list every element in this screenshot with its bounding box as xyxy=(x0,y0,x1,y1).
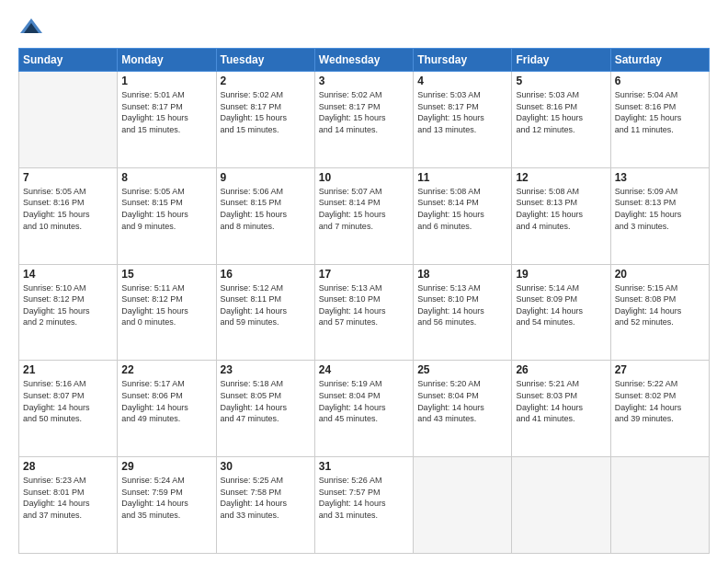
calendar-cell xyxy=(610,457,709,554)
week-row-3: 14Sunrise: 5:10 AM Sunset: 8:12 PM Dayli… xyxy=(19,264,710,361)
week-row-4: 21Sunrise: 5:16 AM Sunset: 8:07 PM Dayli… xyxy=(19,361,710,457)
calendar-cell: 25Sunrise: 5:20 AM Sunset: 8:04 PM Dayli… xyxy=(414,361,512,457)
day-number: 31 xyxy=(319,460,409,473)
calendar-cell: 12Sunrise: 5:08 AM Sunset: 8:13 PM Dayli… xyxy=(512,167,610,264)
day-number: 26 xyxy=(516,363,606,376)
day-number: 5 xyxy=(516,75,606,87)
day-info: Sunrise: 5:08 AM Sunset: 8:13 PM Dayligh… xyxy=(516,186,606,232)
day-info: Sunrise: 5:24 AM Sunset: 7:59 PM Dayligh… xyxy=(121,475,211,521)
day-number: 16 xyxy=(221,268,311,281)
day-number: 3 xyxy=(319,75,409,87)
day-number: 19 xyxy=(516,268,606,281)
day-number: 27 xyxy=(615,363,705,376)
calendar-cell: 18Sunrise: 5:13 AM Sunset: 8:10 PM Dayli… xyxy=(414,264,512,361)
weekday-header-thursday: Thursday xyxy=(414,49,512,72)
day-info: Sunrise: 5:04 AM Sunset: 8:16 PM Dayligh… xyxy=(615,89,705,135)
calendar-cell: 21Sunrise: 5:16 AM Sunset: 8:07 PM Dayli… xyxy=(19,361,118,457)
calendar-cell: 8Sunrise: 5:05 AM Sunset: 8:15 PM Daylig… xyxy=(118,167,216,264)
calendar-cell: 15Sunrise: 5:11 AM Sunset: 8:12 PM Dayli… xyxy=(118,264,216,361)
day-number: 25 xyxy=(417,363,507,376)
day-info: Sunrise: 5:01 AM Sunset: 8:17 PM Dayligh… xyxy=(121,89,211,135)
day-info: Sunrise: 5:08 AM Sunset: 8:14 PM Dayligh… xyxy=(417,186,507,232)
day-info: Sunrise: 5:13 AM Sunset: 8:10 PM Dayligh… xyxy=(417,282,507,328)
calendar-cell: 6Sunrise: 5:04 AM Sunset: 8:16 PM Daylig… xyxy=(610,72,709,168)
day-info: Sunrise: 5:21 AM Sunset: 8:03 PM Dayligh… xyxy=(516,378,606,424)
calendar-cell: 5Sunrise: 5:03 AM Sunset: 8:16 PM Daylig… xyxy=(512,72,610,168)
weekday-header-friday: Friday xyxy=(512,49,610,72)
day-number: 2 xyxy=(221,75,311,87)
calendar-cell: 24Sunrise: 5:19 AM Sunset: 8:04 PM Dayli… xyxy=(314,361,413,457)
day-number: 4 xyxy=(417,75,507,87)
day-number: 28 xyxy=(23,460,113,473)
day-number: 1 xyxy=(121,75,211,87)
calendar-cell: 28Sunrise: 5:23 AM Sunset: 8:01 PM Dayli… xyxy=(19,457,118,554)
day-number: 15 xyxy=(121,268,211,281)
day-info: Sunrise: 5:18 AM Sunset: 8:05 PM Dayligh… xyxy=(221,378,311,424)
calendar-cell: 9Sunrise: 5:06 AM Sunset: 8:15 PM Daylig… xyxy=(216,167,314,264)
week-row-5: 28Sunrise: 5:23 AM Sunset: 8:01 PM Dayli… xyxy=(19,457,710,554)
calendar-cell: 3Sunrise: 5:02 AM Sunset: 8:17 PM Daylig… xyxy=(314,72,413,168)
day-number: 20 xyxy=(615,268,705,281)
calendar-cell: 1Sunrise: 5:01 AM Sunset: 8:17 PM Daylig… xyxy=(118,72,216,168)
day-info: Sunrise: 5:07 AM Sunset: 8:14 PM Dayligh… xyxy=(319,186,409,232)
calendar-cell: 2Sunrise: 5:02 AM Sunset: 8:17 PM Daylig… xyxy=(216,72,314,168)
day-number: 23 xyxy=(221,363,311,376)
day-info: Sunrise: 5:12 AM Sunset: 8:11 PM Dayligh… xyxy=(221,282,311,328)
day-info: Sunrise: 5:14 AM Sunset: 8:09 PM Dayligh… xyxy=(516,282,606,328)
day-info: Sunrise: 5:06 AM Sunset: 8:15 PM Dayligh… xyxy=(221,186,311,232)
calendar-cell: 29Sunrise: 5:24 AM Sunset: 7:59 PM Dayli… xyxy=(118,457,216,554)
day-number: 11 xyxy=(417,171,507,184)
day-info: Sunrise: 5:15 AM Sunset: 8:08 PM Dayligh… xyxy=(615,282,705,328)
calendar-cell xyxy=(19,72,118,168)
calendar-cell: 19Sunrise: 5:14 AM Sunset: 8:09 PM Dayli… xyxy=(512,264,610,361)
day-info: Sunrise: 5:03 AM Sunset: 8:17 PM Dayligh… xyxy=(417,89,507,135)
day-number: 22 xyxy=(121,363,211,376)
day-info: Sunrise: 5:19 AM Sunset: 8:04 PM Dayligh… xyxy=(319,378,409,424)
calendar-cell: 10Sunrise: 5:07 AM Sunset: 8:14 PM Dayli… xyxy=(314,167,413,264)
calendar-cell: 17Sunrise: 5:13 AM Sunset: 8:10 PM Dayli… xyxy=(314,264,413,361)
calendar-cell: 30Sunrise: 5:25 AM Sunset: 7:58 PM Dayli… xyxy=(216,457,314,554)
day-info: Sunrise: 5:16 AM Sunset: 8:07 PM Dayligh… xyxy=(23,378,113,424)
calendar-cell: 13Sunrise: 5:09 AM Sunset: 8:13 PM Dayli… xyxy=(610,167,709,264)
day-info: Sunrise: 5:23 AM Sunset: 8:01 PM Dayligh… xyxy=(23,475,113,521)
day-info: Sunrise: 5:10 AM Sunset: 8:12 PM Dayligh… xyxy=(23,282,113,328)
day-info: Sunrise: 5:25 AM Sunset: 7:58 PM Dayligh… xyxy=(221,475,311,521)
day-info: Sunrise: 5:22 AM Sunset: 8:02 PM Dayligh… xyxy=(615,378,705,424)
day-number: 17 xyxy=(319,268,409,281)
day-info: Sunrise: 5:02 AM Sunset: 8:17 PM Dayligh… xyxy=(221,89,311,135)
day-info: Sunrise: 5:11 AM Sunset: 8:12 PM Dayligh… xyxy=(121,282,211,328)
logo xyxy=(18,15,50,40)
calendar-cell: 16Sunrise: 5:12 AM Sunset: 8:11 PM Dayli… xyxy=(216,264,314,361)
page: SundayMondayTuesdayWednesdayThursdayFrid… xyxy=(0,0,728,563)
weekday-header-saturday: Saturday xyxy=(610,49,709,72)
weekday-header-monday: Monday xyxy=(118,49,216,72)
week-row-2: 7Sunrise: 5:05 AM Sunset: 8:16 PM Daylig… xyxy=(19,167,710,264)
day-number: 9 xyxy=(221,171,311,184)
calendar-cell: 26Sunrise: 5:21 AM Sunset: 8:03 PM Dayli… xyxy=(512,361,610,457)
calendar-cell: 27Sunrise: 5:22 AM Sunset: 8:02 PM Dayli… xyxy=(610,361,709,457)
calendar-cell xyxy=(414,457,512,554)
calendar-cell: 14Sunrise: 5:10 AM Sunset: 8:12 PM Dayli… xyxy=(19,264,118,361)
day-info: Sunrise: 5:09 AM Sunset: 8:13 PM Dayligh… xyxy=(615,186,705,232)
day-info: Sunrise: 5:17 AM Sunset: 8:06 PM Dayligh… xyxy=(121,378,211,424)
header xyxy=(18,15,710,40)
day-number: 30 xyxy=(221,460,311,473)
calendar-cell: 20Sunrise: 5:15 AM Sunset: 8:08 PM Dayli… xyxy=(610,264,709,361)
calendar-cell xyxy=(512,457,610,554)
calendar-cell: 7Sunrise: 5:05 AM Sunset: 8:16 PM Daylig… xyxy=(19,167,118,264)
day-number: 29 xyxy=(121,460,211,473)
day-info: Sunrise: 5:20 AM Sunset: 8:04 PM Dayligh… xyxy=(417,378,507,424)
calendar-cell: 22Sunrise: 5:17 AM Sunset: 8:06 PM Dayli… xyxy=(118,361,216,457)
day-number: 7 xyxy=(23,171,113,184)
day-info: Sunrise: 5:05 AM Sunset: 8:15 PM Dayligh… xyxy=(121,186,211,232)
day-number: 8 xyxy=(121,171,211,184)
day-number: 14 xyxy=(23,268,113,281)
day-info: Sunrise: 5:03 AM Sunset: 8:16 PM Dayligh… xyxy=(516,89,606,135)
weekday-header-wednesday: Wednesday xyxy=(314,49,413,72)
day-number: 24 xyxy=(319,363,409,376)
day-number: 18 xyxy=(417,268,507,281)
weekday-header-row: SundayMondayTuesdayWednesdayThursdayFrid… xyxy=(19,49,710,72)
calendar-cell: 23Sunrise: 5:18 AM Sunset: 8:05 PM Dayli… xyxy=(216,361,314,457)
day-number: 12 xyxy=(516,171,606,184)
day-info: Sunrise: 5:05 AM Sunset: 8:16 PM Dayligh… xyxy=(23,186,113,232)
